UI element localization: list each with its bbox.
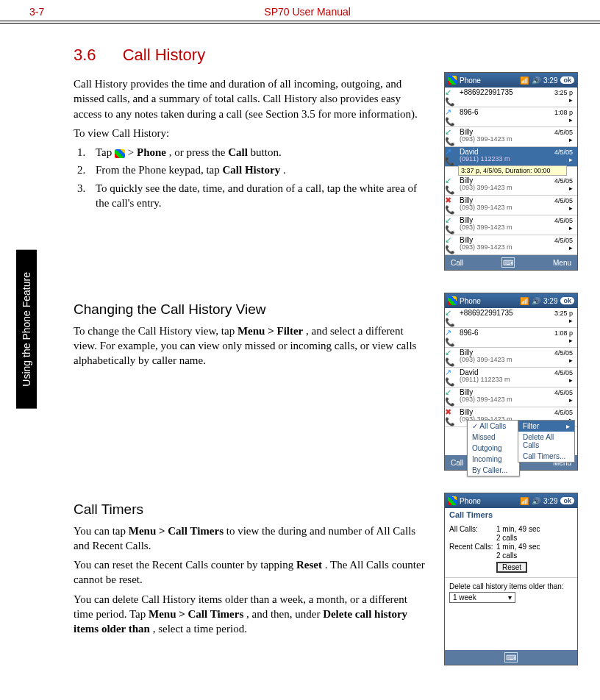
call-direction-icon: ✖📞: [445, 196, 458, 215]
call-timestamp: 4/5/05▸: [554, 215, 577, 235]
call-row[interactable]: ↙📞 Billy(093) 399-1423 m 4/5/05▸: [445, 348, 577, 368]
speaker-icon: 🔊: [532, 76, 540, 85]
menu-popup[interactable]: Filter▸ Delete All Calls Call Timers...: [518, 420, 575, 463]
call-timestamp: 3:25 p▸: [554, 308, 577, 327]
call-row[interactable]: ↗📞 896-6 1:08 p▸: [445, 107, 577, 127]
start-icon[interactable]: [448, 76, 457, 85]
call-row[interactable]: ↙📞 +886922991735 3:25 p▸: [445, 88, 577, 107]
step-1: Tap > Phone , or press the Call button.: [88, 145, 429, 160]
screenshot-filter-menu: Phone 📶 🔊 3:29 ok ↙📞 +886922991735 3:25 …: [444, 293, 578, 471]
timers-p3: You can delete Call History items older …: [74, 592, 429, 637]
page-header: 3-7 SP70 User Manual: [0, 0, 600, 24]
screenshot-call-history: Phone 📶 🔊 3:29 ok ↙📞 +886922991735 3:25 …: [444, 72, 578, 271]
call-direction-icon: ✖📞: [445, 407, 458, 426]
call-timestamp: 1:08 p▸: [554, 107, 577, 126]
call-direction-icon: ↙📞: [445, 215, 458, 235]
view-line: To view Call History:: [74, 126, 429, 140]
section-title-text: Call History: [123, 46, 205, 64]
all-calls-label: All Calls:: [449, 525, 496, 533]
signal-icon: 📶: [520, 76, 529, 85]
clock: 3:29: [543, 76, 557, 85]
timers-screen-title: Call Timers: [445, 508, 577, 521]
call-row[interactable]: ↙📞 Billy(093) 399-1423 m 4/5/05▸: [445, 176, 577, 196]
timers-p1: You can tap Menu > Call Timers to view t…: [74, 524, 429, 554]
start-icon[interactable]: [448, 296, 457, 305]
filter-item[interactable]: All Calls: [468, 421, 519, 432]
step-3: To quickly see the date, time, and durat…: [88, 181, 429, 211]
call-direction-icon: ↗📞: [445, 107, 458, 126]
softkey-call[interactable]: Call: [451, 459, 463, 467]
ok-button[interactable]: ok: [560, 497, 574, 504]
ok-button[interactable]: ok: [560, 297, 574, 304]
call-direction-icon: ↙📞: [445, 127, 458, 146]
softkey-bar: Call ⌨ Menu: [445, 255, 577, 270]
call-timestamp: 4/5/05▸: [554, 368, 577, 387]
call-direction-icon: ↙📞: [445, 348, 458, 367]
section-number: 3.6: [74, 46, 96, 64]
call-detail-tooltip: 3:37 p, 4/5/05, Duration: 00:00: [458, 165, 567, 176]
signal-icon: 📶: [520, 297, 529, 305]
steps-list: Tap > Phone , or press the Call button. …: [74, 145, 429, 210]
app-title: Phone: [460, 76, 481, 85]
delete-older-label: Delete call history items older than:: [449, 582, 573, 590]
call-row[interactable]: ↗📞 David(0911) 112233 m 4/5/05▸: [445, 368, 577, 388]
reset-button[interactable]: Reset: [496, 562, 527, 573]
chapter-tab: Using the Phone Feature: [16, 250, 37, 409]
step-2: From the Phone keypad, tap Call History …: [88, 162, 429, 177]
call-timestamp: 4/5/05▸: [554, 235, 577, 254]
timers-p2: You can reset the Recent Calls counter b…: [74, 557, 429, 588]
filter-item[interactable]: By Caller...: [468, 465, 519, 476]
phone-titlebar: Phone 📶 🔊 3:29 ok: [445, 293, 577, 308]
call-timestamp: 1:08 p▸: [554, 328, 577, 347]
call-row[interactable]: ↗📞 David(0911) 112233 m 4/5/05▸: [445, 147, 577, 167]
speaker-icon: 🔊: [532, 497, 540, 505]
call-row[interactable]: ↗📞 896-6 1:08 p▸: [445, 328, 577, 348]
delete-period-dropdown[interactable]: 1 week ▾: [449, 592, 515, 603]
call-row[interactable]: ↙📞 Billy(093) 399-1423 m 4/5/05▸: [445, 127, 577, 147]
subheading-call-timers: Call Timers: [74, 500, 429, 519]
filter-item[interactable]: Missed: [468, 432, 519, 443]
page-number: 3-7: [29, 6, 44, 18]
filter-item[interactable]: Outgoing: [468, 443, 519, 454]
menu-delete-all[interactable]: Delete All Calls: [518, 432, 574, 451]
speaker-icon: 🔊: [532, 297, 540, 305]
softkey-menu[interactable]: Menu: [553, 259, 571, 267]
start-icon[interactable]: [448, 496, 457, 505]
call-direction-icon: ↙📞: [445, 176, 458, 195]
call-direction-icon: ↗📞: [445, 368, 458, 387]
all-calls-count: 2 calls: [496, 534, 517, 542]
call-direction-icon: ↗📞: [445, 147, 458, 166]
call-timestamp: 4/5/05▸: [554, 348, 577, 367]
softkey-call[interactable]: Call: [451, 259, 463, 267]
section-heading: 3.6 Call History: [74, 46, 578, 65]
start-icon: [115, 149, 125, 158]
filter-item[interactable]: Incoming: [468, 454, 519, 465]
call-timestamp: 4/5/05▸: [554, 196, 577, 215]
ok-button[interactable]: ok: [560, 76, 574, 84]
call-timestamp: 3:25 p▸: [554, 88, 577, 107]
keyboard-icon[interactable]: ⌨: [501, 257, 515, 268]
recent-calls-label: Recent Calls:: [449, 543, 496, 551]
call-direction-icon: ↙📞: [445, 388, 458, 407]
call-row[interactable]: ↙📞 +886922991735 3:25 p▸: [445, 308, 577, 328]
recent-calls-count: 2 calls: [496, 551, 517, 560]
manual-title: SP70 User Manual: [264, 6, 351, 18]
call-timestamp: 4/5/05▸: [554, 127, 577, 146]
call-row[interactable]: ↙📞 Billy(093) 399-1423 m 4/5/05▸: [445, 215, 577, 235]
changing-view-text: To change the Call History view, tap Men…: [74, 324, 429, 368]
call-timestamp: 4/5/05▸: [554, 176, 577, 195]
call-timestamp: 4/5/05▸: [554, 147, 577, 166]
intro-paragraph: Call History provides the time and durat…: [74, 76, 429, 121]
subheading-changing-view: Changing the Call History View: [74, 300, 429, 319]
menu-call-timers[interactable]: Call Timers...: [518, 451, 574, 462]
call-direction-icon: ↙📞: [445, 88, 458, 107]
filter-submenu[interactable]: All CallsMissedOutgoingIncomingBy Caller…: [467, 420, 520, 476]
recent-calls-duration: 1 min, 49 sec: [496, 543, 540, 551]
menu-filter[interactable]: Filter▸: [518, 421, 574, 432]
call-direction-icon: ↙📞: [445, 308, 458, 327]
call-direction-icon: ↙📞: [445, 235, 458, 254]
call-row[interactable]: ✖📞 Billy(093) 399-1423 m 4/5/05▸: [445, 196, 577, 215]
call-row[interactable]: ↙📞 Billy(093) 399-1423 m 4/5/05▸: [445, 235, 577, 255]
keyboard-icon[interactable]: ⌨: [504, 652, 518, 662]
call-row[interactable]: ↙📞 Billy(093) 399-1423 m 4/5/05▸: [445, 388, 577, 407]
